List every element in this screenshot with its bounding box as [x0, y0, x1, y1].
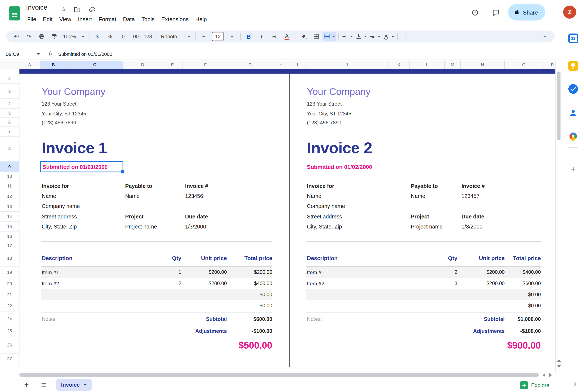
row-header-8[interactable]: 8 [0, 136, 19, 162]
more-toolbar-options-button[interactable]: ⋮ [400, 32, 412, 41]
menu-file[interactable]: File [24, 15, 39, 24]
column-header-D[interactable]: D [123, 61, 162, 69]
project-name[interactable]: Project name [411, 222, 443, 232]
item-total-price-cell[interactable]: $0.00 [260, 289, 272, 300]
format-percent-button[interactable]: % [104, 32, 116, 41]
scroll-up-icon[interactable] [557, 359, 561, 362]
company-line[interactable]: Company name [307, 201, 345, 212]
maps-icon[interactable] [568, 132, 578, 141]
column-header-O[interactable]: O [505, 61, 543, 69]
row-header-6[interactable]: 6 [0, 118, 19, 126]
tasks-icon[interactable] [568, 84, 578, 94]
street-line[interactable]: Street address [42, 212, 77, 222]
document-title[interactable]: Invoice [26, 4, 47, 12]
subtotal-label[interactable]: Subtotal [484, 312, 505, 325]
horizontal-align-button[interactable] [340, 32, 354, 41]
row-header-3[interactable]: 3 [0, 84, 19, 99]
column-header-A[interactable]: A [20, 61, 40, 69]
row-header-5[interactable]: 5 [0, 108, 19, 118]
row-header-21[interactable]: 21 [0, 289, 19, 300]
sheet-tab-invoice[interactable]: Invoice [56, 379, 92, 391]
company-line[interactable]: Company name [42, 201, 80, 212]
invoice-total[interactable]: $500.00 [238, 337, 272, 354]
cloud-saved-icon[interactable] [88, 6, 96, 13]
row-header-18[interactable]: 18 [0, 250, 19, 267]
adjustments-value[interactable]: -$100.00 [520, 325, 541, 336]
payable-name[interactable]: Name [411, 191, 425, 201]
address-line[interactable]: 123 Your Street [306, 100, 541, 109]
increase-font-size-button[interactable]: + [226, 32, 238, 41]
fill-color-button[interactable] [297, 32, 310, 41]
share-button[interactable]: Share [508, 4, 545, 20]
text-rotation-button[interactable] [382, 32, 396, 41]
paint-format-button[interactable] [48, 32, 61, 41]
item-unit-price-cell[interactable]: $200.00 [486, 267, 505, 278]
row-header-13[interactable]: 13 [0, 201, 19, 212]
invoice-title[interactable]: Invoice 1 [41, 135, 272, 161]
row-header-15[interactable]: 15 [0, 222, 19, 232]
decrease-decimal-button[interactable]: .0 [116, 32, 129, 41]
payable-to-label[interactable]: Payable to [411, 181, 438, 191]
city-line[interactable]: City, State, Zip [307, 222, 342, 232]
adjustments-label[interactable]: Adjustments [195, 325, 227, 336]
row-header-25[interactable]: 25 [0, 325, 19, 336]
fill-handle[interactable] [121, 170, 124, 173]
hide-menus-button[interactable] [539, 32, 551, 41]
row-header-10[interactable]: 10 [0, 172, 19, 181]
item-unit-price-cell[interactable]: $200.00 [209, 278, 227, 289]
invoice-for-label[interactable]: Invoice for [42, 181, 69, 191]
move-to-folder-icon[interactable] [73, 6, 81, 13]
item-qty-cell[interactable]: 2 [179, 278, 181, 289]
strikethrough-button[interactable]: S [268, 32, 280, 41]
item-qty-cell[interactable]: 2 [455, 267, 457, 278]
menu-extensions[interactable]: Extensions [158, 15, 192, 24]
row-header-14[interactable]: 14 [0, 212, 19, 222]
column-header-F[interactable]: F [183, 61, 228, 69]
row-header-11[interactable]: 11 [0, 181, 19, 191]
row-header-9[interactable]: 9 [0, 162, 19, 172]
text-color-button[interactable]: A [280, 32, 293, 41]
invoice-number[interactable]: 123456 [185, 191, 203, 201]
cell-selection-box[interactable] [40, 161, 123, 172]
project-label[interactable]: Project [125, 212, 144, 222]
qty-header[interactable]: Qty [448, 250, 457, 266]
column-header-B[interactable]: B [40, 61, 67, 69]
row-header-17[interactable]: 17 [0, 241, 19, 250]
due-date-label[interactable]: Due date [461, 212, 484, 222]
company-name[interactable]: Your Company [41, 83, 272, 100]
item-qty-cell[interactable]: 1 [179, 267, 181, 278]
column-header-E[interactable]: E [162, 61, 183, 69]
qty-header[interactable]: Qty [172, 250, 181, 266]
menu-view[interactable]: View [56, 15, 75, 24]
subtotal-label[interactable]: Subtotal [206, 312, 227, 325]
vertical-scrollbar[interactable] [555, 61, 562, 372]
street-line[interactable]: Street address [307, 212, 342, 222]
menu-edit[interactable]: Edit [40, 15, 56, 24]
item-unit-price-cell[interactable]: $200.00 [209, 267, 227, 278]
column-header-G[interactable]: G [228, 61, 272, 69]
print-button[interactable] [35, 32, 48, 41]
column-header-H[interactable]: H [272, 61, 290, 69]
item-total-price-cell[interactable]: $200.00 [254, 267, 272, 278]
collapse-side-panel-icon[interactable] [571, 380, 579, 388]
font-size-input[interactable]: 12 [212, 32, 224, 41]
account-avatar[interactable]: Z [563, 6, 576, 18]
select-all-corner[interactable] [0, 61, 20, 69]
item-description-cell[interactable]: Item #1 [42, 267, 59, 278]
address-line[interactable]: Your City, ST 12345 [41, 109, 272, 118]
invoice-total[interactable]: $900.00 [507, 337, 541, 354]
item-description-cell[interactable]: Item #2 [42, 278, 59, 289]
row-header-20[interactable]: 20 [0, 278, 19, 289]
address-line[interactable]: 123 Your Street [41, 100, 272, 109]
item-qty-cell[interactable]: 3 [455, 278, 457, 289]
notes-label[interactable]: Notes: [307, 312, 322, 325]
company-name[interactable]: Your Company [306, 83, 541, 100]
scroll-right-icon[interactable] [549, 373, 552, 377]
increase-decimal-button[interactable]: .00 [129, 32, 141, 41]
payable-name[interactable]: Name [125, 191, 139, 201]
description-header[interactable]: Description [307, 250, 338, 266]
description-header[interactable]: Description [42, 250, 73, 266]
column-header-C[interactable]: C [67, 61, 123, 69]
row-header-27[interactable]: 27 [0, 354, 19, 364]
row-header-2[interactable]: 2 [0, 74, 19, 84]
